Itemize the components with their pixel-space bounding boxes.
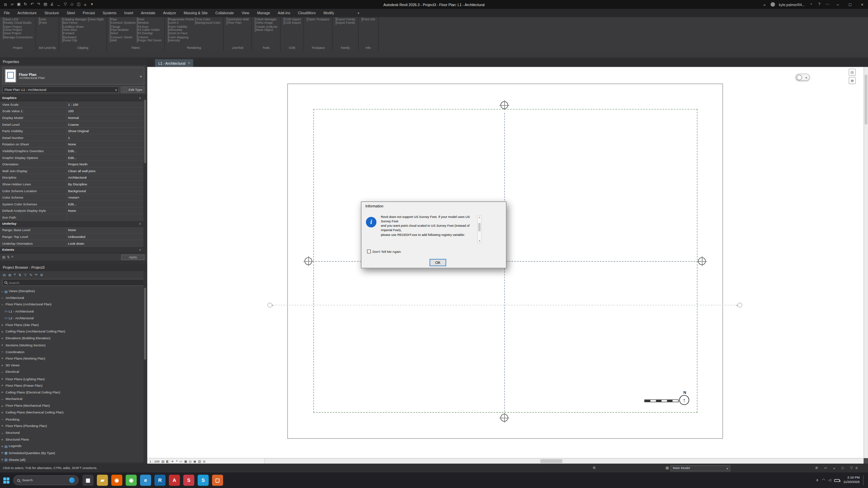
ribbon-tab[interactable]: Annotate [137,9,159,17]
property-row[interactable]: Rotation on Sheet None [0,141,143,148]
tree-toggle[interactable]: + [0,343,4,347]
battery-icon[interactable] [834,479,840,482]
property-row[interactable]: Scale Value 1: 100 [0,108,143,115]
tree-toggle[interactable]: + [0,363,4,367]
grid-bubble-top[interactable] [500,101,508,109]
ribbon-button[interactable]: Intensity [167,39,194,42]
ribbon-button[interactable]: Purge: Ref Geom [137,39,161,42]
ribbon-button[interactable]: View Slice [62,28,87,32]
ribbon-button[interactable]: Fit Overlap [137,32,161,35]
tree-toggle[interactable]: − [0,370,4,374]
properties-tool-icon[interactable]: ▤ [2,255,5,259]
qat-icon[interactable]: ▽ [63,2,67,7]
checkbox[interactable] [367,249,371,253]
project-browser-header[interactable]: Project Browser - Project3 [0,264,147,271]
ribbon-button[interactable]: Clipping Manager [62,18,87,21]
ribbon-tab[interactable]: View [238,9,253,17]
close-view-icon[interactable]: × [188,61,190,65]
ribbon-tab[interactable]: Manage [253,9,274,17]
tree-toggle[interactable]: − [0,431,4,434]
signed-in-user[interactable]: kyle.palmerR4... [779,2,805,6]
titlebar-icon[interactable]: ⋯ [825,2,830,7]
selection-toggle-icon[interactable]: ◇ [841,466,844,470]
ribbon-tab[interactable]: Analyze [159,9,180,17]
ribbon-button[interactable]: Column [137,35,161,39]
ribbon-tab[interactable]: Modify [320,9,338,17]
qat-icon[interactable]: ▱ [10,2,14,7]
dialog-title[interactable]: Information [361,202,506,210]
qat-icon[interactable]: ↔ [57,2,61,6]
taskbar-app-icon[interactable]: R [155,475,166,486]
property-row[interactable]: Graphic Display Options Edit... [0,155,143,161]
property-row[interactable]: Color Scheme Location Background [0,187,143,194]
ribbon-button[interactable]: Window [137,21,161,25]
browser-tool-icon[interactable]: ⇅ [19,272,21,276]
tree-item[interactable]: + Ceiling Plans (Architectural Ceiling P… [0,328,147,335]
type-selector[interactable]: Floor Plan Architectural Plan ▾ [2,67,145,85]
qat-icon[interactable]: ▣ [17,2,21,7]
qat-icon[interactable]: ▾ [90,2,94,7]
ribbon-button[interactable]: Open LGS [3,18,33,21]
volume-icon[interactable]: ◁ [828,478,831,483]
tree-item[interactable]: + Ceiling Plans (Electrical Ceiling Plan… [0,389,147,395]
taskbar-app-icon[interactable]: e [140,475,151,486]
browser-tool-icon[interactable]: ✎ [29,272,32,276]
properties-scrollbar[interactable] [143,95,147,253]
tree-toggle[interactable]: + [0,438,4,441]
tree-item[interactable]: ▭ L2 - Architectural [0,315,147,322]
tree-item[interactable]: + Ceiling Plans (Mechanical Ceiling Plan… [0,409,147,416]
property-row[interactable]: Visibility/Graphics Overrides Edit... [0,148,143,155]
grid-bubble-bottom[interactable] [500,414,508,422]
view-control-icon[interactable]: ▣ [184,459,187,463]
ribbon-button[interactable]: Door [137,18,161,21]
ribbon-button[interactable]: Wall [110,39,136,42]
section-collapse-icon[interactable]: ∧ [139,96,141,100]
tree-item[interactable]: − Mechanical [0,395,147,402]
taskbar-app-icon[interactable]: ◉ [126,475,137,486]
ribbon-button[interactable]: Silhouette [167,28,194,32]
tree-toggle[interactable]: + [0,377,4,381]
filter-count[interactable]: 0 [856,466,857,470]
ribbon-button[interactable]: Box Fence [62,21,87,25]
ribbon-button[interactable]: Reality Cloud Studio [3,21,33,25]
property-value[interactable]: Coarse [68,123,79,126]
qat-icon[interactable]: ▤ [43,2,47,7]
ribbon-button[interactable]: Fit Duct [137,25,161,28]
scroll-down-icon[interactable]: ▼ [478,240,480,242]
ribbon-button[interactable]: QuickSlice Wall [226,18,249,21]
canvas-horizontal-scrollbar[interactable] [264,458,864,464]
ribbon-tab[interactable]: Insert [120,9,137,17]
tree-item[interactable]: + ▦ Schedules/Quantities (By Type) [0,450,147,456]
scroll-up-icon[interactable]: ▲ [478,216,480,219]
ribbon-tab[interactable]: Systems [99,9,120,17]
grid-bubble-right[interactable] [698,257,706,265]
ribbon-tab[interactable]: Architecture [14,9,40,17]
tree-item[interactable]: − Architectural [0,294,147,301]
wifi-icon[interactable]: ◠ [822,478,825,483]
ribbon-button[interactable]: Connect: Steels [110,35,136,39]
qat-icon[interactable]: ↷ [37,2,41,7]
tree-item[interactable]: + Elevations (Building Elevation) [0,335,147,342]
tree-item[interactable]: + Sections (Working Section) [0,342,147,348]
view-scale-control[interactable]: 1 : 100 [150,460,160,463]
tree-item[interactable]: + Structural Plans [0,436,147,443]
ribbon-button[interactable]: COE Import [283,18,301,21]
tree-toggle[interactable]: + [0,384,4,387]
tree-toggle[interactable]: + [0,330,4,333]
ribbon-button[interactable]: LimitBox Share [62,25,87,28]
property-value[interactable]: None [68,209,76,212]
property-row[interactable]: Underlay Orientation Look down [0,240,143,247]
type-selector-chevron-icon[interactable]: ▾ [140,74,142,78]
edit-type-button[interactable]: Edit Type [121,86,144,93]
titlebar-icon[interactable]: ? [817,2,822,7]
ribbon-tab[interactable]: Precast [79,9,99,17]
tree-item[interactable]: − Floor Plans (Architectural Plan) [0,301,147,308]
selection-toggle-icon[interactable]: + [833,466,835,470]
instance-filter-select[interactable]: Floor Plan: L1 - Architectural ▾ [2,86,119,93]
view-control-icon[interactable]: ▭ [179,459,182,463]
property-row[interactable]: Detail Level Coarse [0,121,143,128]
property-value[interactable]: Architectural [68,176,86,179]
property-value[interactable]: None [68,228,76,231]
property-row[interactable]: System Color Schemes Edit... [0,201,143,208]
ribbon-tab[interactable]: Collaborate [212,9,238,17]
